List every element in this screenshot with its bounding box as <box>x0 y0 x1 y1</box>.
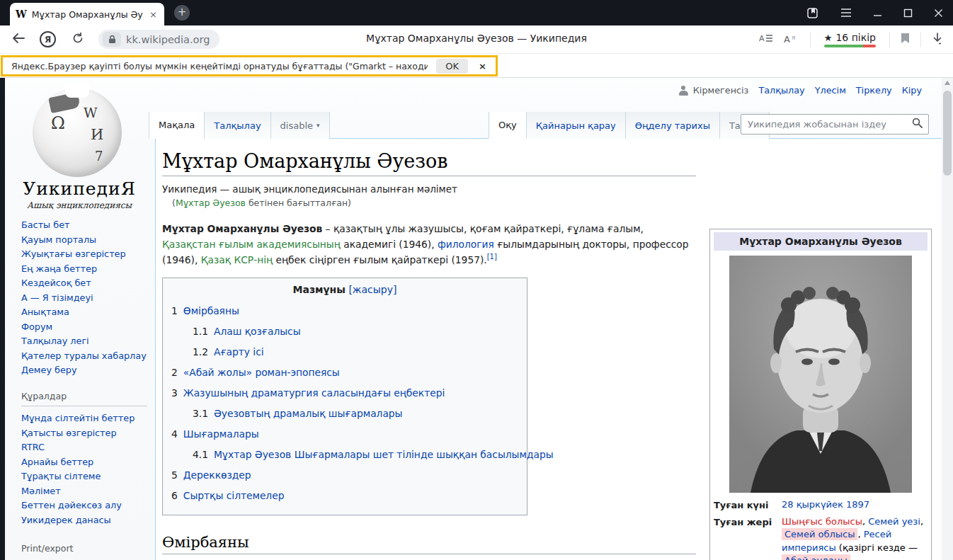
toc-link[interactable]: Әуезовтың драмалық шығармалары <box>214 408 403 419</box>
tab-read[interactable]: Оқу <box>489 112 526 139</box>
toc-item: 4Шығармалары <box>171 424 518 445</box>
personal-link[interactable]: Талқылау <box>758 85 804 96</box>
sidebar-link[interactable]: Қателер туралы хабарлау <box>21 349 147 364</box>
toc-item: 1.1Алаш қозғалысы <box>171 321 518 342</box>
toolbar-divider <box>889 32 890 47</box>
sidebar-link[interactable]: Уикидерек данасы <box>21 513 147 528</box>
sidebar-link[interactable]: Анықтама <box>21 305 147 320</box>
sidebar-link[interactable]: А — Я тізімдеуі <box>21 291 147 306</box>
browser-tab[interactable]: W Мұхтар Омарханұлы Әуезов × <box>10 3 164 25</box>
toc-link[interactable]: Жазушының драматургия саласындағы еңбект… <box>183 387 445 399</box>
new-tab-button[interactable]: + <box>174 5 190 21</box>
text-link[interactable]: Қазақ КСР-нің <box>201 254 273 265</box>
toc-link[interactable]: Ағарту ісі <box>214 346 264 358</box>
text-span: (қазіргі кезде — <box>836 542 918 553</box>
tab-disable[interactable]: disable▾ <box>270 112 330 139</box>
scrollbar-thumb[interactable] <box>943 91 952 176</box>
infobox-rows: Туған күні 28 қыркүйек 1897 Туған жері Ш… <box>714 498 928 560</box>
tab-close-icon[interactable]: × <box>148 9 159 20</box>
yandex-icon[interactable]: Я <box>40 31 56 47</box>
personal-link[interactable]: Кіру <box>902 85 922 96</box>
text-link[interactable]: филология <box>438 239 494 250</box>
toc-link[interactable]: «Абай жолы» роман-эпопеясы <box>183 367 340 378</box>
translate-icon[interactable]: Aя <box>784 33 799 47</box>
ok-button[interactable]: OK <box>436 59 468 74</box>
back-icon[interactable] <box>11 33 25 47</box>
minimize-icon[interactable] <box>873 8 882 18</box>
browser-window: W Мұхтар Омарханұлы Әуезов × + <box>0 0 953 560</box>
address-bar[interactable]: kk.wikipedia.org <box>98 30 219 49</box>
rating-bar <box>824 45 876 47</box>
text-link[interactable]: Мұхтар Әуезов <box>176 198 246 208</box>
infobox-label: Туған жері <box>714 515 782 560</box>
sidebar-link[interactable]: Демеу беру <box>21 363 147 378</box>
tab-view-source[interactable]: Қайнарын қарау <box>526 112 625 139</box>
toc-link[interactable]: Өмірбаяны <box>183 305 239 316</box>
tab-panel-icon[interactable] <box>806 6 819 19</box>
search-box[interactable] <box>741 114 929 135</box>
maximize-icon[interactable] <box>903 8 913 18</box>
text-link[interactable]: Қазақстан ғылым академиясының <box>162 239 341 250</box>
lock-icon[interactable] <box>103 32 121 47</box>
text-link[interactable]: Шыңғыс болысы <box>782 516 862 527</box>
site-rating[interactable]: ★ 16 пікір <box>821 32 879 47</box>
browser-tab-title: Мұхтар Омарханұлы Әуезов <box>32 9 143 20</box>
notification-close-icon[interactable]: × <box>476 61 489 72</box>
text-link[interactable]: Абай ауданы <box>782 554 850 560</box>
sidebar-link[interactable]: Тұрақты сілтеме <box>21 469 147 484</box>
search-icon[interactable] <box>912 118 923 131</box>
sidebar-link[interactable]: Арнайы беттер <box>21 455 147 470</box>
sidebar-link[interactable]: Форум <box>21 320 147 335</box>
text-link[interactable]: Семей уезі <box>868 516 920 527</box>
text-span: , <box>857 529 863 539</box>
sidebar-link[interactable]: Жуықтағы өзгерістер <box>21 247 147 262</box>
menu-icon[interactable] <box>840 8 852 18</box>
personal-links: ТалқылауҮлесімТіркелуКіру <box>758 85 922 96</box>
personal-link[interactable]: Үлесім <box>815 85 846 96</box>
toc-item: 3Жазушының драматургия саласындағы еңбек… <box>171 383 518 404</box>
search-input[interactable] <box>741 119 912 130</box>
scrollbar[interactable] <box>942 78 953 560</box>
sidebar-link[interactable]: Кездейсоқ бет <box>21 276 147 291</box>
sidebar-link[interactable]: Қатысты өзгерістер <box>21 426 147 441</box>
sidebar-link[interactable]: Басты бет <box>21 218 147 233</box>
url-text: kk.wikipedia.org <box>126 34 210 45</box>
sidebar-link[interactable]: Қауым порталы <box>21 233 147 248</box>
sidebar-link[interactable]: Мұнда сілтейтін беттер <box>21 411 147 426</box>
sidebar-link[interactable]: Талқылау легі <box>21 334 147 349</box>
scrollbar-up-icon[interactable] <box>945 81 950 85</box>
toc-link[interactable]: Шығармалары <box>183 428 259 440</box>
toc-item: 6Сыртқы сілтемелер <box>171 486 518 506</box>
portrait-image[interactable] <box>729 256 912 493</box>
toc-link[interactable]: Алаш қозғалысы <box>214 326 301 337</box>
text-link[interactable]: Семей облысы <box>782 528 857 540</box>
toc-link[interactable]: Мұхтар Әуезов Шығармалары шет тілінде шы… <box>214 449 554 460</box>
toc-link[interactable]: Сыртқы сілтемелер <box>183 490 285 501</box>
sidebar-link[interactable]: Беттен дәйексөз алу <box>21 498 147 513</box>
text-link[interactable]: 28 қыркүйек <box>782 499 843 510</box>
bookmark-icon[interactable] <box>901 33 910 47</box>
tab-talk[interactable]: Талқылау <box>204 112 270 139</box>
toc-hide-link[interactable]: [жасыру] <box>348 284 396 295</box>
wikipedia-logo[interactable]: Ω W И 7 УикипедиЯ Ашық энциклопедиясы <box>13 79 146 210</box>
sidebar-link[interactable]: Мәлімет <box>21 484 147 499</box>
tab-article[interactable]: Мақала <box>149 112 204 139</box>
sidebar-nav-group: Басты бетҚауым порталыЖуықтағы өзгерісте… <box>21 218 147 378</box>
reader-mode-icon[interactable]: A <box>759 33 773 47</box>
close-icon[interactable] <box>934 8 943 18</box>
title-bar: W Мұхтар Омарханұлы Әуезов × + <box>0 0 953 25</box>
infobox: Мұхтар Омарханұлы Әуезов <box>709 229 932 560</box>
refresh-icon[interactable] <box>72 32 84 47</box>
sidebar-link[interactable]: RTRC <box>21 440 147 455</box>
chevron-down-icon: ▾ <box>316 122 320 129</box>
text-link[interactable]: [1] <box>487 253 497 261</box>
personal-link[interactable]: Тіркелу <box>856 85 892 96</box>
infobox-value: 28 қыркүйек 1897 <box>782 498 928 513</box>
toc-item: 5Дереккөздер <box>171 465 518 486</box>
sidebar-link[interactable]: Ең жаңа беттер <box>21 262 147 277</box>
tab-history[interactable]: Өңделу тарихы <box>625 112 719 139</box>
text-link[interactable]: 1897 <box>846 499 869 510</box>
toc-number: 3 <box>171 387 178 399</box>
toc-link[interactable]: Дереккөздер <box>183 469 251 481</box>
download-icon[interactable] <box>932 33 943 47</box>
